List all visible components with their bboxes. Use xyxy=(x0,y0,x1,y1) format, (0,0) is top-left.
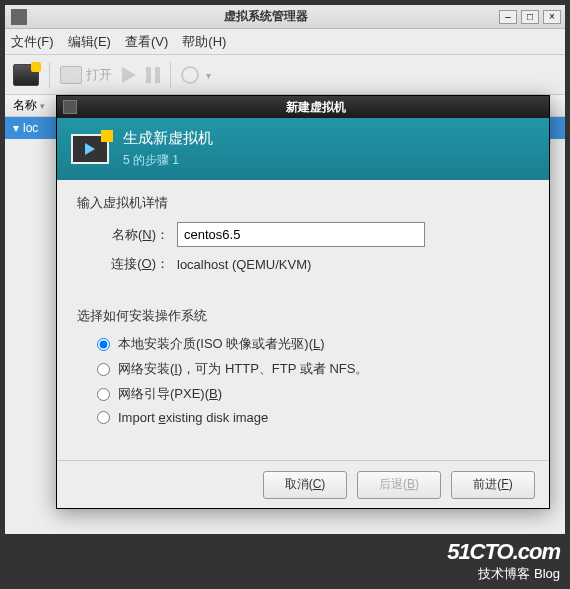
main-titlebar: 虚拟系统管理器 – □ × xyxy=(5,5,565,29)
watermark-logo: 51CTO.com xyxy=(447,539,560,565)
dialog-titlebar: 新建虚拟机 xyxy=(57,96,549,118)
radio-local[interactable]: 本地安装介质(ISO 映像或者光驱)(L) xyxy=(97,335,529,353)
dialog-title: 新建虚拟机 xyxy=(83,99,549,116)
back-button: 后退(B) xyxy=(357,471,441,499)
dialog-footer: 取消(C) 后退(B) 前进(F) xyxy=(57,460,549,508)
separator xyxy=(49,62,50,88)
header-title: 生成新虚拟机 xyxy=(123,129,213,148)
pause-icon[interactable] xyxy=(146,67,160,83)
new-vm-dialog: 新建虚拟机 生成新虚拟机 5 的步骤 1 输入虚拟机详情 名称(N)： 连接(O… xyxy=(56,95,550,509)
name-label: 名称(N)： xyxy=(97,226,169,244)
menu-view[interactable]: 查看(V) xyxy=(125,33,168,51)
menu-file[interactable]: 文件(F) xyxy=(11,33,54,51)
cancel-button[interactable]: 取消(C) xyxy=(263,471,347,499)
open-button[interactable]: 打开 xyxy=(60,66,112,84)
vm-wizard-icon xyxy=(71,134,109,164)
close-button[interactable]: × xyxy=(543,10,561,24)
radio-local-input[interactable] xyxy=(97,338,110,351)
radio-pxe-input[interactable] xyxy=(97,388,110,401)
forward-button[interactable]: 前进(F) xyxy=(451,471,535,499)
install-section-label: 选择如何安装操作系统 xyxy=(77,307,529,325)
expand-icon: ▾ xyxy=(13,121,19,135)
details-section-label: 输入虚拟机详情 xyxy=(77,194,529,212)
minimize-button[interactable]: – xyxy=(499,10,517,24)
power-icon[interactable] xyxy=(181,66,199,84)
radio-pxe[interactable]: 网络引导(PXE)(B) xyxy=(97,385,529,403)
connection-value: localhost (QEMU/KVM) xyxy=(177,257,311,272)
new-vm-icon[interactable] xyxy=(13,64,39,86)
radio-network[interactable]: 网络安装(I)，可为 HTTP、FTP 或者 NFS。 xyxy=(97,360,529,378)
radio-import-input[interactable] xyxy=(97,411,110,424)
dialog-body: 输入虚拟机详情 名称(N)： 连接(O)： localhost (QEMU/KV… xyxy=(57,180,549,446)
radio-network-input[interactable] xyxy=(97,363,110,376)
main-title: 虚拟系统管理器 xyxy=(33,8,499,25)
watermark: 51CTO.com 技术博客 Blog xyxy=(447,539,560,583)
play-icon[interactable] xyxy=(122,67,136,83)
menu-edit[interactable]: 编辑(E) xyxy=(68,33,111,51)
row-label: loc xyxy=(23,121,38,135)
menubar: 文件(F) 编辑(E) 查看(V) 帮助(H) xyxy=(5,29,565,55)
watermark-sub: 技术博客 Blog xyxy=(447,565,560,583)
sort-icon: ▾ xyxy=(40,101,45,111)
header-step: 5 的步骤 1 xyxy=(123,152,213,169)
dialog-header: 生成新虚拟机 5 的步骤 1 xyxy=(57,118,549,180)
app-icon xyxy=(11,9,27,25)
dialog-icon xyxy=(63,100,77,114)
maximize-button[interactable]: □ xyxy=(521,10,539,24)
monitor-icon xyxy=(60,66,82,84)
separator xyxy=(170,62,171,88)
toolbar: 打开 xyxy=(5,55,565,95)
radio-import[interactable]: Import existing disk image xyxy=(97,410,529,425)
menu-help[interactable]: 帮助(H) xyxy=(182,33,226,51)
connection-label: 连接(O)： xyxy=(97,255,169,273)
name-input[interactable] xyxy=(177,222,425,247)
